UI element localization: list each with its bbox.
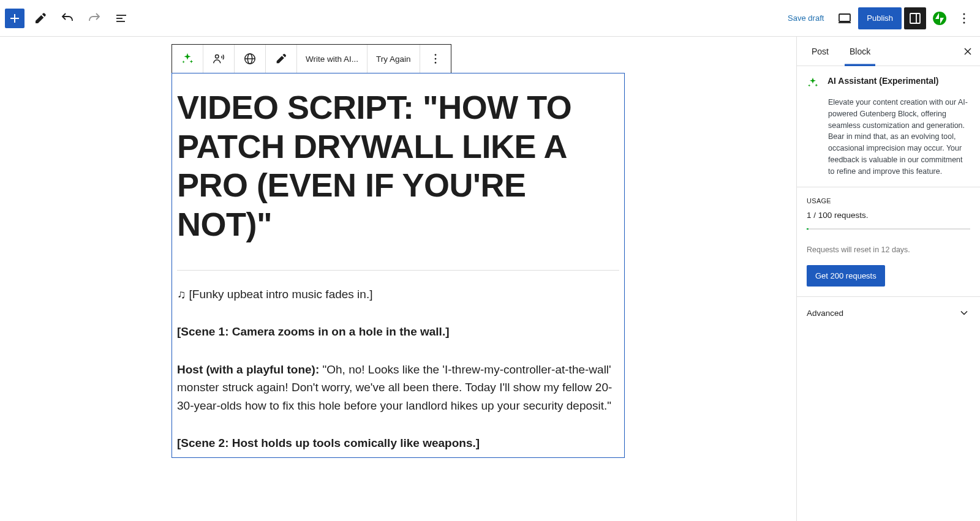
edit-mode-button[interactable] — [29, 7, 51, 29]
svg-point-19 — [434, 62, 436, 64]
usage-panel: USAGE 1 / 100 requests. Requests will re… — [797, 187, 980, 297]
svg-point-17 — [434, 54, 436, 56]
top-toolbar-left — [5, 7, 132, 29]
hr-divider — [177, 270, 619, 271]
document-overview-button[interactable] — [110, 7, 132, 29]
tab-post[interactable]: Post — [807, 37, 834, 66]
usage-progress-fill — [807, 228, 809, 230]
scene-1-heading: [Scene 1: Camera zooms in on a hole in t… — [177, 323, 619, 340]
sidebar-tabs: Post Block — [797, 37, 980, 66]
advanced-label: Advanced — [807, 309, 843, 318]
write-with-ai-button[interactable]: Write with AI... — [297, 45, 368, 73]
save-draft-link[interactable]: Save draft — [780, 13, 831, 23]
editor-inner: Write with AI... Try Again VIDEO SCRIPT:… — [172, 44, 625, 521]
host-line: Host (with a playful tone): "Oh, no! Loo… — [177, 361, 619, 414]
usage-label: USAGE — [807, 197, 970, 204]
svg-point-9 — [933, 12, 946, 25]
try-again-button[interactable]: Try Again — [368, 45, 420, 73]
settings-sidebar: Post Block AI Assistant (Experimental) E… — [796, 37, 980, 521]
settings-sidebar-toggle[interactable] — [904, 7, 926, 29]
svg-point-10 — [963, 13, 965, 15]
voice-button[interactable] — [203, 45, 235, 73]
ai-sparkle-button[interactable] — [172, 45, 203, 73]
undo-button[interactable] — [56, 7, 78, 29]
more-options-button[interactable] — [953, 7, 975, 29]
usage-reset-text: Requests will reset in 12 days. — [807, 246, 970, 254]
edit-toolbar-button[interactable] — [266, 45, 297, 73]
tab-block[interactable]: Block — [845, 37, 875, 66]
svg-point-12 — [963, 21, 965, 23]
svg-rect-5 — [839, 14, 850, 21]
language-button[interactable] — [235, 45, 266, 73]
main-area: Write with AI... Try Again VIDEO SCRIPT:… — [0, 37, 980, 521]
publish-button[interactable]: Publish — [858, 7, 902, 29]
ai-panel-title: AI Assistant (Experimental) — [827, 76, 939, 86]
jetpack-icon[interactable] — [929, 7, 951, 29]
get-requests-button[interactable]: Get 200 requests — [807, 265, 885, 287]
ai-panel-description: Elevate your content creation with our A… — [828, 97, 970, 177]
top-toolbar: Save draft Publish — [0, 0, 980, 37]
chevron-down-icon — [958, 307, 970, 319]
editor-canvas: Write with AI... Try Again VIDEO SCRIPT:… — [0, 37, 796, 521]
ai-assistant-panel: AI Assistant (Experimental) Elevate your… — [797, 66, 980, 187]
svg-point-13 — [216, 55, 219, 59]
ai-sparkle-icon — [807, 77, 819, 91]
intro-music-line: ♫ [Funky upbeat intro music fades in.] — [177, 285, 619, 303]
close-sidebar-button[interactable] — [960, 44, 975, 59]
svg-point-18 — [434, 58, 436, 60]
advanced-panel-toggle[interactable]: Advanced — [797, 297, 980, 329]
usage-count: 1 / 100 requests. — [807, 211, 970, 220]
redo-button[interactable] — [83, 7, 105, 29]
preview-button[interactable] — [834, 7, 856, 29]
block-more-button[interactable] — [420, 45, 451, 73]
host-prefix: Host (with a playful tone): — [177, 363, 319, 376]
svg-rect-7 — [910, 13, 920, 23]
usage-progress-bar — [807, 228, 970, 230]
svg-point-11 — [963, 17, 965, 19]
top-toolbar-right: Save draft Publish — [780, 7, 975, 29]
scene-2-heading: [Scene 2: Host holds up tools comically … — [177, 434, 619, 452]
add-block-button[interactable] — [5, 9, 24, 28]
block-toolbar: Write with AI... Try Again — [172, 44, 451, 73]
ai-content-block[interactable]: VIDEO SCRIPT: "HOW TO PATCH DRYWALL LIKE… — [172, 73, 625, 458]
script-title: VIDEO SCRIPT: "HOW TO PATCH DRYWALL LIKE… — [177, 88, 619, 244]
